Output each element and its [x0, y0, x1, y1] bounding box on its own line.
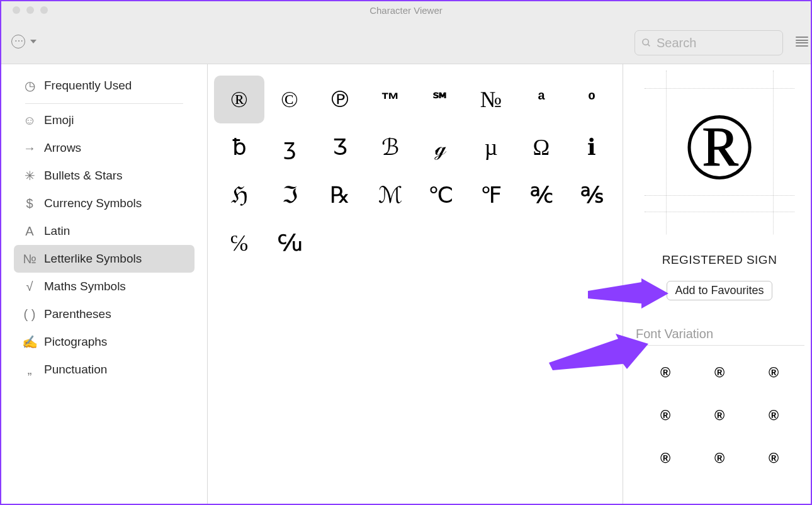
search-icon: [641, 37, 651, 48]
font-variation-cell[interactable]: ®: [692, 365, 747, 381]
sidebar-item-label: Parentheses: [44, 307, 111, 321]
character-cell[interactable]: ƀ: [214, 123, 264, 171]
character-cell[interactable]: ℬ: [365, 123, 415, 171]
character-grid: ®©℗™℠№ªºƀʒƷℬℊµΩℹℌℑ℞ℳ℃℉℀℁℅℆: [214, 76, 616, 267]
sidebar-item-label: Bullets & Stars: [44, 169, 123, 183]
sidebar-item-numero[interactable]: №Letterlike Symbols: [14, 245, 195, 273]
character-cell[interactable]: µ: [466, 123, 516, 171]
character-cell[interactable]: ℅: [214, 219, 264, 267]
sidebar-item-emoji[interactable]: ☺Emoji: [14, 106, 195, 134]
font-variation-cell[interactable]: ®: [692, 450, 747, 467]
preview-glyph: ®: [684, 93, 755, 201]
section-divider: [634, 345, 804, 346]
emoji-icon: ☺: [21, 113, 38, 128]
sidebar-item-label: Letterlike Symbols: [44, 252, 142, 266]
character-cell[interactable]: №: [466, 76, 516, 123]
latin-icon: A: [21, 224, 38, 239]
character-cell[interactable]: ℁: [567, 171, 617, 219]
main: ®©℗™℠№ªºƀʒƷℬℊµΩℹℌℑ℞ℳ℃℉℀℁℅℆ ® REGISTERED …: [208, 64, 811, 504]
font-variation-cell[interactable]: ®: [747, 365, 801, 381]
currency-icon: $: [21, 196, 38, 211]
window-title: Character Viewer: [369, 5, 443, 16]
font-variation-cell[interactable]: ®: [747, 407, 801, 424]
parens-icon: ( ): [21, 307, 38, 322]
svg-line-1: [648, 44, 650, 46]
sidebar-item-label: Pictographs: [44, 335, 107, 349]
sidebar-item-currency[interactable]: $Currency Symbols: [14, 190, 195, 217]
chevron-down-icon: [30, 40, 37, 43]
character-cell[interactable]: ℃: [415, 171, 466, 219]
font-variation-cell[interactable]: ®: [638, 450, 692, 467]
character-preview: ®: [645, 71, 794, 234]
sidebar-item-label: Punctuation: [44, 363, 107, 377]
character-cell[interactable]: Ω: [516, 123, 567, 171]
character-cell[interactable]: ℉: [466, 171, 516, 219]
sidebar-item-punct[interactable]: „Punctuation: [14, 356, 195, 383]
character-cell[interactable]: ℞: [315, 171, 365, 219]
clock-icon: ◷: [21, 78, 38, 93]
font-variation-cell[interactable]: ®: [638, 407, 692, 424]
character-cell[interactable]: ℑ: [264, 171, 315, 219]
sidebar: ◷Frequently Used☺Emoji→Arrows✳Bullets & …: [1, 64, 208, 504]
titlebar: Character Viewer: [1, 1, 811, 19]
font-variation-grid: ®®®®®®®®®: [634, 357, 804, 467]
list-toggle[interactable]: [796, 34, 808, 49]
sidebar-item-clock[interactable]: ◷Frequently Used: [14, 72, 195, 99]
character-grid-area: ®©℗™℠№ªºƀʒƷℬℊµΩℹℌℑ℞ℳ℃℉℀℁℅℆: [208, 64, 623, 504]
bullets-icon: ✳: [21, 168, 38, 183]
character-cell[interactable]: Ʒ: [315, 123, 365, 171]
sidebar-item-arrows[interactable]: →Arrows: [14, 134, 195, 162]
character-cell[interactable]: ℀: [516, 171, 567, 219]
detail-panel: ® REGISTERED SIGN Add to Favourites Font…: [623, 64, 811, 504]
minimize-button[interactable]: [26, 6, 34, 14]
character-cell[interactable]: ℊ: [415, 123, 466, 171]
sidebar-item-label: Maths Symbols: [44, 280, 126, 293]
sidebar-item-label: Latin: [44, 224, 70, 238]
sidebar-item-sqrt[interactable]: √Maths Symbols: [14, 273, 195, 300]
sidebar-item-latin[interactable]: ALatin: [14, 217, 195, 245]
arrows-icon: →: [21, 141, 38, 156]
font-variation-cell[interactable]: ®: [692, 407, 747, 424]
character-cell[interactable]: ℹ: [567, 123, 617, 171]
font-variation-cell[interactable]: ®: [747, 450, 801, 467]
character-cell[interactable]: ℠: [415, 76, 466, 123]
settings-menu[interactable]: [11, 35, 37, 48]
traffic-lights: [13, 6, 48, 14]
font-variation-title: Font Variation: [634, 327, 713, 341]
add-to-favourites-button[interactable]: Add to Favourites: [667, 281, 772, 300]
punct-icon: „: [21, 363, 38, 377]
sidebar-item-label: Frequently Used: [44, 79, 132, 93]
numero-icon: №: [21, 252, 38, 266]
character-cell[interactable]: ℌ: [214, 171, 264, 219]
character-name: REGISTERED SIGN: [662, 253, 777, 267]
toolbar: [1, 19, 811, 64]
character-cell[interactable]: ℗: [315, 76, 365, 123]
settings-icon: [11, 35, 25, 48]
character-cell[interactable]: ®: [214, 76, 264, 123]
svg-point-0: [643, 39, 648, 45]
character-cell[interactable]: ℳ: [365, 171, 415, 219]
sidebar-item-bullets[interactable]: ✳Bullets & Stars: [14, 162, 195, 190]
content: ◷Frequently Used☺Emoji→Arrows✳Bullets & …: [1, 64, 811, 504]
character-cell[interactable]: ©: [264, 76, 315, 123]
picto-icon: ✍: [21, 334, 38, 349]
zoom-button[interactable]: [40, 6, 48, 14]
sidebar-item-picto[interactable]: ✍Pictographs: [14, 328, 195, 356]
close-button[interactable]: [13, 6, 20, 14]
search-box[interactable]: [634, 30, 783, 55]
sidebar-item-label: Emoji: [44, 113, 74, 127]
search-input[interactable]: [657, 36, 776, 50]
character-cell[interactable]: ™: [365, 76, 415, 123]
character-cell[interactable]: ª: [516, 76, 567, 123]
character-cell[interactable]: º: [567, 76, 617, 123]
sidebar-item-parens[interactable]: ( )Parentheses: [14, 300, 195, 328]
sidebar-item-label: Arrows: [44, 141, 81, 155]
sidebar-item-label: Currency Symbols: [44, 196, 142, 210]
font-variation-cell[interactable]: ®: [638, 365, 692, 381]
sqrt-icon: √: [21, 280, 38, 294]
character-cell[interactable]: ʒ: [264, 123, 315, 171]
character-cell[interactable]: ℆: [264, 219, 315, 267]
